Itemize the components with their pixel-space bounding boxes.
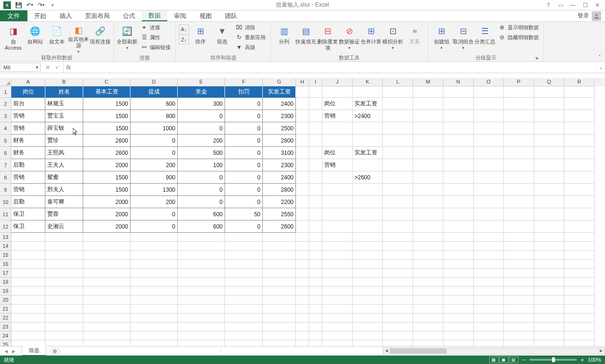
cell[interactable] — [309, 135, 322, 147]
page-layout-view-button[interactable]: ▣ — [499, 356, 509, 363]
advanced-filter-button[interactable]: ▼高级 — [233, 42, 268, 52]
cell[interactable] — [413, 98, 443, 110]
cell[interactable] — [383, 147, 413, 159]
row-header-4[interactable]: 4 — [0, 122, 11, 135]
cell[interactable] — [11, 269, 45, 278]
whatif-analysis-button[interactable]: ⊡模拟分析▾ — [382, 23, 403, 54]
tab-页面布局[interactable]: 页面布局 — [78, 10, 116, 21]
cell[interactable] — [322, 122, 353, 135]
row-header-16[interactable]: 16 — [0, 260, 11, 269]
formula-input[interactable] — [73, 62, 596, 73]
cell[interactable] — [309, 242, 322, 251]
sort-button[interactable]: ⊞排序 — [190, 23, 211, 54]
consolidate-button[interactable]: ⊞合并计算 — [361, 23, 381, 54]
cell[interactable] — [11, 260, 45, 269]
filter-button[interactable]: ▼筛选 — [212, 23, 233, 54]
cell[interactable] — [504, 322, 534, 331]
row-header-2[interactable]: 2 — [0, 98, 11, 110]
cell[interactable] — [443, 322, 474, 331]
cell[interactable] — [130, 260, 178, 269]
cell[interactable] — [353, 322, 383, 331]
cell[interactable] — [83, 305, 130, 313]
cell[interactable] — [534, 242, 564, 251]
cell[interactable] — [474, 147, 504, 159]
cell[interactable]: 实发工资 — [353, 147, 383, 159]
column-header-P[interactable]: P — [504, 78, 534, 86]
file-tab[interactable]: 文件 — [0, 10, 27, 21]
cell[interactable] — [178, 305, 225, 313]
cell[interactable] — [296, 340, 309, 346]
cell[interactable] — [45, 287, 83, 296]
reapply-filter-button[interactable]: ↻重新应用 — [233, 33, 268, 42]
cell[interactable] — [443, 287, 474, 296]
cell[interactable] — [443, 171, 474, 184]
cell[interactable]: 营销 — [11, 110, 45, 122]
cell[interactable] — [83, 340, 130, 346]
cell[interactable] — [353, 287, 383, 296]
cell[interactable] — [45, 296, 83, 305]
relationships-button[interactable]: ⚭关系 — [404, 23, 425, 54]
cell[interactable] — [309, 86, 322, 98]
cell[interactable]: 0 — [130, 220, 178, 233]
cell[interactable] — [322, 340, 353, 346]
cell[interactable] — [296, 269, 309, 278]
cell[interactable] — [353, 260, 383, 269]
cell[interactable] — [504, 159, 534, 171]
cell[interactable]: 1500 — [83, 184, 130, 196]
cell[interactable] — [504, 135, 534, 147]
cell[interactable] — [178, 260, 225, 269]
cell[interactable] — [225, 251, 263, 260]
cell[interactable] — [564, 208, 595, 220]
column-header-J[interactable]: J — [322, 78, 353, 86]
cell[interactable] — [309, 287, 322, 296]
cell[interactable] — [534, 331, 564, 340]
cell[interactable] — [225, 296, 263, 305]
cell[interactable] — [443, 110, 474, 122]
select-all-button[interactable] — [0, 78, 11, 86]
edit-links-button[interactable]: ⚯编辑链接 — [138, 42, 173, 52]
cell[interactable]: 100 — [178, 159, 225, 171]
cell[interactable] — [443, 313, 474, 322]
cell[interactable] — [263, 296, 296, 305]
cell[interactable] — [413, 305, 443, 313]
cell[interactable] — [225, 242, 263, 251]
row-header-17[interactable]: 17 — [0, 269, 11, 278]
column-header-M[interactable]: M — [413, 78, 443, 86]
cell[interactable]: 1500 — [83, 122, 130, 135]
cell[interactable] — [130, 322, 178, 331]
cell[interactable]: 保卫 — [11, 220, 45, 233]
refresh-all-button[interactable]: 🔄全部刷新▾ — [117, 23, 138, 54]
cell[interactable] — [534, 86, 564, 98]
enter-formula-button[interactable]: ✓ — [53, 63, 61, 72]
row-header-5[interactable]: 5 — [0, 135, 11, 147]
cell[interactable] — [564, 322, 595, 331]
cell[interactable] — [413, 110, 443, 122]
from-access-button[interactable]: ◨自 Access — [3, 23, 24, 54]
help-button[interactable]: ? — [543, 1, 554, 9]
cell[interactable] — [353, 313, 383, 322]
cell[interactable] — [178, 269, 225, 278]
cell[interactable] — [383, 305, 413, 313]
cell[interactable] — [564, 233, 595, 242]
cell[interactable] — [296, 184, 309, 196]
cell[interactable] — [322, 322, 353, 331]
cell[interactable] — [263, 260, 296, 269]
cell[interactable] — [564, 122, 595, 135]
remove-duplicates-button[interactable]: ⊟删除重复项 — [317, 23, 338, 54]
cell[interactable] — [322, 278, 353, 287]
cell[interactable] — [534, 305, 564, 313]
cell[interactable]: 2200 — [263, 196, 296, 208]
cell[interactable] — [504, 278, 534, 287]
cell[interactable] — [263, 305, 296, 313]
cell[interactable]: >2600 — [353, 171, 383, 184]
column-header-K[interactable]: K — [353, 78, 383, 86]
cell[interactable] — [534, 313, 564, 322]
cell[interactable] — [383, 110, 413, 122]
cell[interactable] — [413, 122, 443, 135]
cell[interactable] — [474, 220, 504, 233]
cell[interactable] — [225, 233, 263, 242]
cell[interactable] — [45, 278, 83, 287]
cell[interactable] — [83, 296, 130, 305]
cell[interactable]: 提成 — [130, 86, 178, 98]
from-other-button[interactable]: ◧自其他来源▾ — [68, 23, 89, 54]
